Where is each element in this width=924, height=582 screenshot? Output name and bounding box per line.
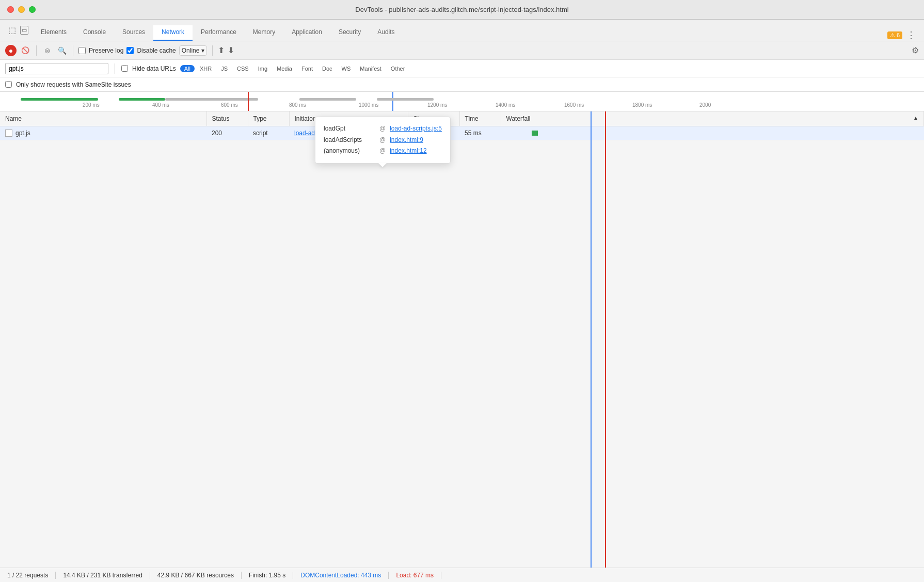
devtools-controls: ⬚ ▭ <box>4 20 33 41</box>
tooltip-fn: (anonymous) <box>324 146 375 157</box>
title-bar: DevTools - publisher-ads-audits.glitch.m… <box>0 0 924 20</box>
filter-types: AllXHRJSCSSImgMediaFontDocWSManifestOthe… <box>180 65 409 72</box>
table-row[interactable]: gpt.js 200 script load-ad-scripts.js:5 1… <box>0 126 924 140</box>
download-icon[interactable]: ⬇ <box>228 45 234 55</box>
filter-type-font[interactable]: Font <box>297 65 317 72</box>
file-icon <box>5 130 12 137</box>
samesite-bar: Only show requests with SameSite issues <box>0 77 924 92</box>
cell-type: script <box>248 126 289 140</box>
filter-type-media[interactable]: Media <box>273 65 296 72</box>
throttle-dropdown-icon: ▾ <box>201 47 204 54</box>
tab-performance[interactable]: Performance <box>193 25 245 41</box>
load-time: Load: 677 ms <box>389 572 441 579</box>
filter-type-img[interactable]: Img <box>254 65 272 72</box>
tooltip-content: loadGpt@load-ad-scripts.js:5loadAdScript… <box>324 123 442 157</box>
device-toolbar-icon[interactable]: ▭ <box>20 26 28 35</box>
col-type[interactable]: Type <box>248 111 289 126</box>
tab-console[interactable]: Console <box>75 25 114 41</box>
samesite-checkbox[interactable] <box>5 81 12 88</box>
status-bar: 1 / 22 requests 14.4 KB / 231 KB transfe… <box>0 568 924 582</box>
tab-network[interactable]: Network <box>153 25 193 41</box>
tooltip-fn: loadAdScripts <box>324 135 375 146</box>
transferred-size: 14.4 KB / 231 KB transferred <box>56 572 150 579</box>
tab-audits[interactable]: Audits <box>369 25 403 41</box>
record-button[interactable]: ● <box>5 45 17 56</box>
tooltip-row: loadAdScripts@index.html:9 <box>324 135 442 146</box>
tick-label-7: 1600 ms <box>564 102 584 108</box>
tick-label-3: 800 ms <box>289 102 306 108</box>
tooltip-link[interactable]: index.html:9 <box>390 135 423 146</box>
col-status[interactable]: Status <box>206 111 248 126</box>
warning-icon: ⚠ <box>890 32 895 39</box>
preserve-log-checkbox[interactable] <box>78 47 86 54</box>
hide-data-urls-checkbox[interactable] <box>121 65 128 72</box>
col-waterfall[interactable]: Waterfall ▲ <box>501 111 924 126</box>
select-element-icon[interactable]: ⬚ <box>8 25 16 35</box>
upload-icon[interactable]: ⬆ <box>218 45 225 55</box>
filter-divider <box>115 63 115 74</box>
sort-icon: ▲ <box>913 115 918 121</box>
more-options-icon[interactable]: ⋮ <box>906 29 916 41</box>
warning-badge: ⚠ 6 <box>887 31 902 39</box>
requests-count: 1 / 22 requests <box>7 572 56 579</box>
network-toolbar: ● 🚫 ⊜ 🔍 Preserve log Disable cache Onlin… <box>0 41 924 60</box>
tooltip-at: @ <box>379 123 386 135</box>
throttle-value: Online <box>182 47 200 54</box>
minimize-button[interactable] <box>18 6 25 13</box>
search-button[interactable]: 🔍 <box>56 45 68 56</box>
tooltip-arrow <box>378 163 387 167</box>
samesite-label: Only show requests with SameSite issues <box>16 81 131 88</box>
filter-bar: Hide data URLs AllXHRJSCSSImgMediaFontDo… <box>0 60 924 77</box>
filter-type-ws[interactable]: WS <box>338 65 355 72</box>
tick-label-1: 400 ms <box>152 102 169 108</box>
disable-cache-checkbox[interactable] <box>126 47 134 54</box>
toolbar-divider-2 <box>73 45 73 56</box>
tooltip-at: @ <box>379 135 386 146</box>
maximize-button[interactable] <box>29 6 36 13</box>
disable-cache-label: Disable cache <box>137 47 176 54</box>
filter-button[interactable]: ⊜ <box>42 45 53 56</box>
col-time[interactable]: Time <box>459 111 501 126</box>
timeline-ticks: 200 ms400 ms600 ms800 ms1000 ms1200 ms14… <box>0 92 924 111</box>
hide-data-urls-label: Hide data URLs <box>132 65 176 72</box>
tab-sources[interactable]: Sources <box>114 25 153 41</box>
window-title: DevTools - publisher-ads-audits.glitch.m… <box>355 6 568 13</box>
settings-icon[interactable]: ⚙ <box>912 45 919 55</box>
tab-bar-right: ⚠ 6 ⋮ <box>883 29 920 41</box>
cell-waterfall <box>501 126 924 140</box>
tooltip-link[interactable]: load-ad-scripts.js:5 <box>390 123 442 135</box>
tab-security[interactable]: Security <box>330 25 369 41</box>
close-button[interactable] <box>7 6 14 13</box>
filter-type-manifest[interactable]: Manifest <box>356 65 386 72</box>
tick-label-9: 2000 <box>699 102 711 108</box>
initiator-tooltip: loadGpt@load-ad-scripts.js:5loadAdScript… <box>315 117 451 164</box>
cell-time: 55 ms <box>459 126 501 140</box>
warning-count: 6 <box>897 32 900 38</box>
filter-type-xhr[interactable]: XHR <box>196 65 216 72</box>
search-input[interactable] <box>5 63 108 74</box>
tick-label-8: 1800 ms <box>632 102 652 108</box>
finish-time: Finish: 1.95 s <box>242 572 293 579</box>
tooltip-at: @ <box>379 146 386 157</box>
clear-button[interactable]: 🚫 <box>20 45 31 56</box>
filter-type-other[interactable]: Other <box>387 65 409 72</box>
filter-type-js[interactable]: JS <box>217 65 232 72</box>
throttle-select[interactable]: Online ▾ <box>179 45 208 56</box>
filter-type-doc[interactable]: Doc <box>318 65 337 72</box>
tick-label-2: 600 ms <box>221 102 238 108</box>
tooltip-row: loadGpt@load-ad-scripts.js:5 <box>324 123 442 135</box>
col-name[interactable]: Name <box>0 111 206 126</box>
filter-type-css[interactable]: CSS <box>233 65 253 72</box>
tooltip-link[interactable]: index.html:12 <box>390 146 426 157</box>
network-table: Name Status Type Initiator Size <box>0 111 924 140</box>
tick-label-4: 1000 ms <box>359 102 378 108</box>
toolbar-divider-3 <box>212 45 213 56</box>
tab-memory[interactable]: Memory <box>245 25 283 41</box>
tooltip-fn: loadGpt <box>324 123 375 135</box>
preserve-log-label: Preserve log <box>89 47 123 54</box>
tab-elements[interactable]: Elements <box>33 25 75 41</box>
dom-content-loaded-time: DOMContentLoaded: 443 ms <box>293 572 389 579</box>
main-content: ● 🚫 ⊜ 🔍 Preserve log Disable cache Onlin… <box>0 41 924 582</box>
tab-application[interactable]: Application <box>283 25 330 41</box>
filter-type-all[interactable]: All <box>180 65 195 72</box>
